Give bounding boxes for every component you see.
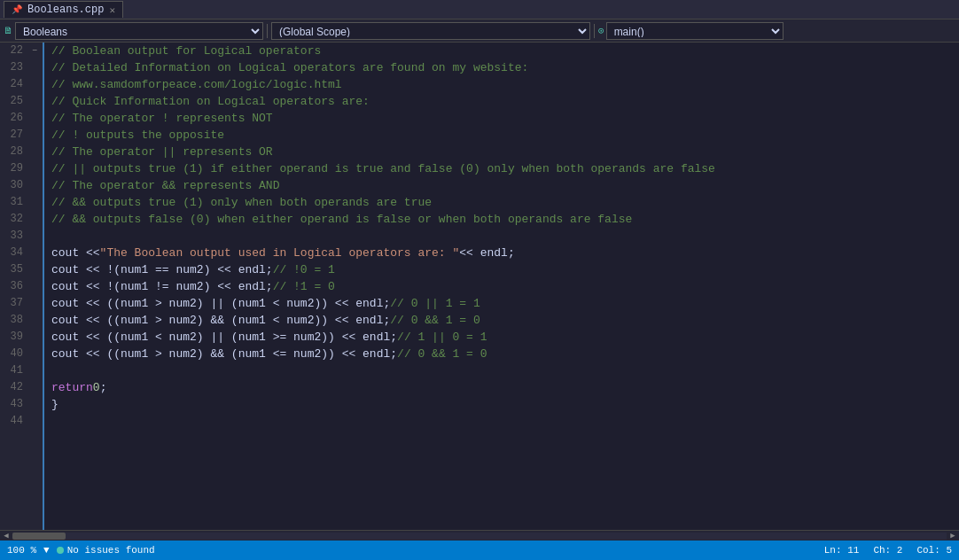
fold-indicator [28, 413, 41, 430]
issues-text: No issues found [67, 545, 155, 556]
fold-indicator [28, 160, 41, 177]
function-scope-select[interactable]: main() [606, 22, 784, 40]
fold-indicator [28, 295, 41, 312]
line-number: 36 [0, 278, 28, 295]
pin-icon: 📌 [12, 4, 22, 15]
token-str: "The Boolean output used in Logical oper… [100, 245, 460, 261]
code-line: // Quick Information on Logical operator… [44, 93, 959, 110]
line-number: 35 [0, 261, 28, 278]
fold-indicator [28, 261, 41, 278]
code-area[interactable]: // Boolean output for Logical operators … [44, 43, 959, 530]
gutter-row: 41 [0, 362, 43, 379]
gutter-row: 27 [0, 127, 43, 144]
token-kw-return: return [51, 379, 93, 396]
token-plain: cout << [51, 245, 100, 261]
char-status: Ch: 2 [873, 545, 902, 556]
line-number: 39 [0, 329, 28, 346]
global-scope-select[interactable]: (Global Scope) [271, 22, 590, 40]
scroll-right-arrow[interactable]: ▶ [947, 531, 959, 541]
line-number: 42 [0, 379, 28, 396]
fold-indicator [28, 278, 41, 295]
toolbar-separator-2 [594, 24, 595, 38]
token-num: 0 [93, 379, 100, 396]
gutter-row: 38 [0, 312, 43, 329]
zoom-level: 100 % [7, 545, 36, 556]
line-number: 33 [0, 228, 28, 245]
token-plain: } [51, 396, 58, 413]
line-number: 26 [0, 110, 28, 127]
class-scope-select[interactable]: Booleans [15, 22, 263, 40]
fold-indicator [28, 379, 41, 396]
code-line: // The operator ! represents NOT [44, 110, 959, 127]
gutter-row: 44 [0, 413, 43, 430]
gutter-row: 22− [0, 43, 43, 59]
fold-indicator [28, 177, 41, 194]
scrollbar-track[interactable] [12, 533, 947, 540]
code-line: cout << ((num1 < num2) || (num1 >= num2)… [44, 329, 959, 346]
code-line: // Boolean output for Logical operators [44, 43, 959, 59]
token-comment: // Boolean output for Logical operators [51, 43, 321, 59]
line-number: 37 [0, 295, 28, 312]
fold-indicator [28, 93, 41, 110]
gutter-row: 35 [0, 261, 43, 278]
token-comment: // || outputs true (1) if either operand… [51, 160, 715, 177]
scroll-left-arrow[interactable]: ◀ [0, 531, 12, 541]
token-comment: // && outputs false (0) when either oper… [51, 211, 632, 228]
line-number: 43 [0, 396, 28, 413]
token-comment: // The operator || represents OR [51, 144, 273, 160]
line-number: 25 [0, 93, 28, 110]
code-line: cout << "The Boolean output used in Logi… [44, 245, 959, 261]
zoom-dropdown-icon[interactable]: ▼ [43, 545, 50, 556]
fold-indicator [28, 245, 41, 261]
line-number: 38 [0, 312, 28, 329]
toolbar-separator [267, 24, 268, 38]
line-number: 40 [0, 346, 28, 362]
fold-indicator [28, 59, 41, 76]
code-line: // The operator || represents OR [44, 144, 959, 160]
token-plain: cout << ((num1 < num2) || (num1 >= num2)… [51, 329, 397, 346]
horizontal-scrollbar[interactable]: ◀ ▶ [0, 530, 959, 541]
tab-filename: Booleans.cpp [27, 4, 104, 16]
fold-indicator[interactable]: − [28, 43, 41, 59]
gutter-row: 32 [0, 211, 43, 228]
tab-close-icon[interactable]: ✕ [109, 4, 115, 16]
fold-indicator [28, 194, 41, 211]
code-line: // ! outputs the opposite [44, 127, 959, 144]
function-icon: ⊙ [598, 25, 604, 36]
token-plain: cout << !(num1 != num2) << endl; [51, 278, 273, 295]
fold-indicator [28, 110, 41, 127]
line-number: 27 [0, 127, 28, 144]
fold-indicator [28, 329, 41, 346]
code-line: // Detailed Information on Logical opera… [44, 59, 959, 76]
line-number: 34 [0, 245, 28, 261]
code-line: cout << ((num1 > num2) && (num1 < num2))… [44, 312, 959, 329]
scrollbar-thumb[interactable] [12, 533, 66, 540]
token-plain: cout << ((num1 > num2) && (num1 <= num2)… [51, 346, 397, 362]
token-inline-comment: // 1 || 0 = 1 [397, 329, 487, 346]
gutter-row: 43 [0, 396, 43, 413]
status-bar: 100 % ▼ No issues found Ln: 11 Ch: 2 Col… [0, 541, 959, 560]
code-line: cout << !(num1 == num2) << endl; // !0 =… [44, 261, 959, 278]
code-line [44, 362, 959, 379]
gutter-row: 39 [0, 329, 43, 346]
token-inline-comment: // 0 && 1 = 0 [397, 346, 487, 362]
code-line: // The operator && represents AND [44, 177, 959, 194]
gutter-row: 37 [0, 295, 43, 312]
code-line [44, 413, 959, 430]
gutter-row: 36 [0, 278, 43, 295]
file-tab[interactable]: 📌 Booleans.cpp ✕ [4, 1, 123, 18]
line-number: 32 [0, 211, 28, 228]
line-number-status: Ln: 11 [824, 545, 860, 556]
ok-dot [57, 547, 64, 554]
gutter-row: 34 [0, 245, 43, 261]
token-plain: cout << !(num1 == num2) << endl; [51, 261, 273, 278]
gutter-row: 31 [0, 194, 43, 211]
code-line: // || outputs true (1) if either operand… [44, 160, 959, 177]
token-inline-comment: // 0 && 1 = 0 [390, 312, 480, 329]
token-comment: // The operator ! represents NOT [51, 110, 273, 127]
line-number: 41 [0, 362, 28, 379]
gutter-row: 29 [0, 160, 43, 177]
issues-indicator: No issues found [57, 545, 155, 556]
fold-indicator [28, 312, 41, 329]
toolbar: 🗎 Booleans (Global Scope) ⊙ main() [0, 19, 959, 43]
